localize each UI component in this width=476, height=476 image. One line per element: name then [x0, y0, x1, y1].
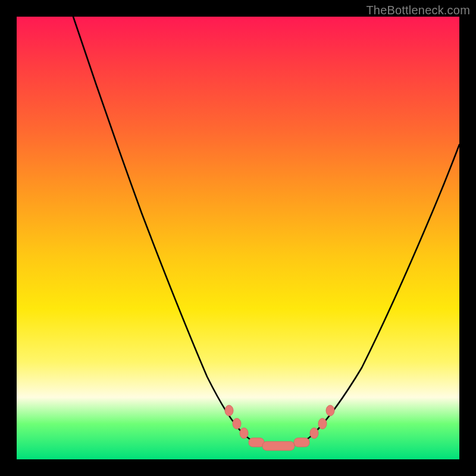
marker-dot — [318, 418, 327, 429]
chart-frame: TheBottleneck.com — [0, 0, 476, 476]
marker-dot — [225, 405, 233, 416]
curve-markers — [225, 405, 334, 450]
bottleneck-curve-svg — [17, 17, 459, 459]
marker-dot — [310, 428, 318, 439]
marker-pill — [262, 441, 295, 450]
bottleneck-curve-path — [73, 17, 459, 446]
watermark-text: TheBottleneck.com — [366, 4, 470, 17]
plot-gradient-area — [17, 17, 459, 459]
marker-dot — [326, 405, 334, 416]
marker-dot — [233, 418, 241, 429]
marker-dot — [240, 428, 248, 439]
marker-pill — [249, 438, 264, 447]
marker-pill — [294, 438, 309, 447]
